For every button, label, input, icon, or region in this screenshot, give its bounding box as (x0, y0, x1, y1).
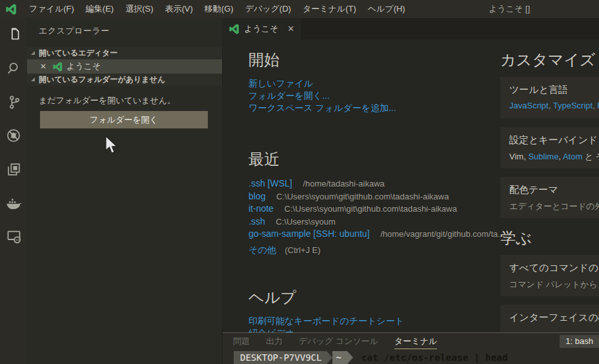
keyboard-cheatsheet-link[interactable]: 印刷可能なキーボードのチートシート (249, 316, 404, 326)
vscode-logo-icon (6, 4, 17, 15)
recent-item: .ssh [WSL] /home/tadashi-aikawa (249, 177, 505, 190)
new-file-link[interactable]: 新しいファイル (249, 78, 313, 88)
menu-help[interactable]: ヘルプ(H) (362, 0, 411, 18)
recent-heading: 最近 (249, 149, 505, 170)
terminal-cwd: ~ (332, 351, 347, 364)
activity-bar: >< (0, 18, 27, 364)
tab-close-icon[interactable]: ✕ (287, 24, 294, 34)
twistie-icon (31, 51, 35, 55)
recent-item: it-note C:\Users\syoum\git\github.com\ta… (249, 203, 505, 216)
menu-go[interactable]: 移動(G) (199, 0, 239, 18)
recent-link[interactable]: .ssh [WSL] (249, 178, 292, 188)
tab-welcome[interactable]: ようこそ ✕ (223, 18, 301, 39)
tab-problems[interactable]: 問題 (233, 333, 250, 349)
card-title: 設定とキーバインド (509, 134, 599, 147)
no-folder-message: まだフォルダーを開いていません。 (27, 86, 222, 106)
menu-edit[interactable]: 編集(E) (80, 0, 119, 18)
menu-file[interactable]: ファイル(F) (23, 0, 80, 18)
recent-link[interactable]: it-note (249, 203, 274, 214)
mouse-cursor (105, 136, 119, 156)
close-editor-icon[interactable]: ✕ (40, 62, 50, 71)
recent-path: C:\Users\syoum\git\github.com\tadashi-ai… (276, 192, 449, 201)
recent-item: go-sam-sample [SSH: ubuntu] /home/vagran… (249, 228, 505, 241)
menu-selection[interactable]: 選択(S) (119, 0, 159, 18)
lang-link[interactable]: TypeScript (553, 101, 593, 110)
card-title: ツールと言語 (509, 84, 599, 96)
customize-heading: カスタマイズ (500, 50, 595, 70)
menu-view[interactable]: 表示(V) (159, 0, 199, 18)
recent-link[interactable]: go-sam-sample [SSH: ubuntu] (249, 228, 370, 239)
card-color-theme[interactable]: 配色テーマ エディターとコードの外 (500, 177, 599, 218)
open-folder-button[interactable]: フォルダーを開く (40, 111, 208, 128)
open-editors-label: 開いているエディター (39, 48, 117, 59)
source-control-icon[interactable] (0, 85, 27, 119)
vscode-window: ファイル(F) 編集(E) 選択(S) 表示(V) 移動(G) デバッグ(D) … (0, 0, 599, 364)
no-folder-section[interactable]: 開いているフォルダーがありません (27, 74, 222, 86)
tab-label: ようこそ (244, 23, 278, 35)
recent-path: /home/tadashi-aikawa (303, 179, 384, 188)
recent-item: blog C:\Users\syoum\git\github.com\tadas… (249, 190, 505, 203)
keymap-link[interactable]: Sublime (528, 152, 558, 161)
terminal-prompt-line[interactable]: DESKTOP-P7VV9CL ~ cat /etc/os-release | … (234, 351, 508, 364)
add-workspace-folder-link[interactable]: ワークスペース フォルダーを追加... (249, 103, 396, 113)
recent-link[interactable]: .ssh (249, 216, 265, 227)
recent-link[interactable]: blog (249, 191, 265, 201)
powerline-arrow-icon (347, 351, 353, 364)
welcome-editor-label: ようこそ (66, 61, 101, 72)
recent-path: C:\Users\syoum (276, 217, 335, 227)
intro-videos-link[interactable]: 紹介ビデオ (249, 328, 294, 332)
tab-debug-console[interactable]: デバッグ コンソール (299, 333, 378, 349)
explorer-icon[interactable] (0, 18, 27, 52)
tab-output[interactable]: 出力 (266, 333, 283, 349)
recent-path: /home/vagrant/git/github.com/ta... (380, 229, 505, 239)
card-title: 配色テーマ (509, 184, 599, 196)
tab-terminal[interactable]: ターミナル (394, 333, 437, 349)
explorer-sidebar: エクスプローラー 開いているエディター ✕ ようこそ 開いているフォルダーがあり… (27, 18, 223, 364)
card-tools-languages[interactable]: ツールと言語 JavaScript, TypeScript, Py (500, 77, 599, 118)
menu-bar: ファイル(F) 編集(E) 選択(S) 表示(V) 移動(G) デバッグ(D) … (0, 0, 599, 18)
commands-desc: コマンド パレットからコ (509, 279, 599, 289)
open-editors-section[interactable]: 開いているエディター (27, 47, 222, 59)
vscode-file-icon (229, 24, 239, 34)
twistie-icon (31, 77, 35, 81)
keymap-text: と そ (582, 152, 599, 161)
welcome-page: 開始 新しいファイル フォルダーを開く... ワークスペース フォルダーを追加.… (223, 39, 599, 332)
recent-path: C:\Users\syoum\git\github.com\tadashi-ai… (285, 204, 457, 214)
debug-icon[interactable] (0, 119, 27, 152)
terminal-hostname: DESKTOP-P7VV9CL (234, 351, 327, 364)
editor-area: ようこそ ✕ 開始 新しいファイル フォルダーを開く... ワークスペース フォ… (223, 18, 599, 332)
menu-debug[interactable]: デバッグ(D) (239, 0, 297, 18)
recent-more-keybinding: (Ctrl+J E) (285, 245, 320, 255)
theme-desc: エディターとコードの外 (509, 201, 599, 211)
lang-link[interactable]: JavaScript (509, 101, 549, 110)
card-title: すべてのコマンドの検索 (509, 262, 599, 274)
open-folder-link[interactable]: フォルダーを開く... (249, 90, 330, 101)
bottom-panel: 問題 出力 デバッグ コンソール ターミナル 1: bash DESKTOP-P… (223, 332, 599, 364)
card-title: インターフェイスの概要 (509, 312, 599, 324)
window-title: ようこそ [] (489, 0, 530, 18)
remote-explorer-icon[interactable]: >< (0, 219, 27, 253)
recent-more-link[interactable]: その他 (249, 245, 276, 255)
learn-heading: 学ぶ (500, 228, 532, 248)
extensions-icon[interactable] (0, 152, 27, 186)
menu-terminal[interactable]: ターミナル(T) (297, 0, 362, 18)
powerline-arrow-icon (327, 351, 332, 364)
recent-item: .ssh C:\Users\syoum (249, 216, 505, 228)
help-heading: ヘルプ (249, 287, 404, 308)
terminal-select[interactable]: 1: bash (560, 335, 599, 348)
card-interface-overview[interactable]: インターフェイスの概要 (500, 305, 599, 332)
search-icon[interactable] (0, 52, 27, 85)
card-find-commands[interactable]: すべてのコマンドの検索 コマンド パレットからコ (500, 255, 599, 296)
docker-icon[interactable] (0, 186, 27, 219)
vscode-file-icon (53, 62, 63, 72)
svg-text:><: >< (15, 237, 20, 241)
keymap-link[interactable]: Atom (563, 152, 582, 161)
open-editor-welcome-row[interactable]: ✕ ようこそ (27, 59, 222, 74)
keymap-text: Vim (509, 152, 523, 161)
card-settings-keybindings[interactable]: 設定とキーバインド Vim, Sublime, Atom と そ (500, 127, 599, 168)
terminal-command: cat /etc/os-release | head (361, 352, 508, 363)
start-heading: 開始 (249, 50, 396, 70)
tab-bar: ようこそ ✕ (223, 18, 599, 39)
separator: , (549, 101, 553, 110)
no-folder-label: 開いているフォルダーがありません (39, 74, 165, 85)
